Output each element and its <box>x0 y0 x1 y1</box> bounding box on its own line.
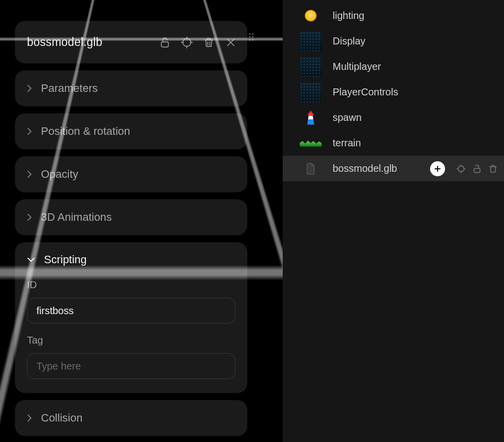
close-button[interactable] <box>224 36 237 49</box>
svg-point-7 <box>183 38 191 46</box>
section-opacity[interactable]: Opacity <box>15 156 247 192</box>
hierarchy-item-bossmodel-glb[interactable]: bossmodel.glb <box>283 156 504 181</box>
id-input[interactable] <box>27 298 235 324</box>
hierarchy-item-label: PlayerControls <box>333 86 498 98</box>
section-label: 3D Animations <box>41 211 112 224</box>
section-scripting-header[interactable]: Scripting <box>27 253 235 266</box>
target-icon[interactable] <box>456 164 466 174</box>
chevron-down-icon <box>27 257 35 262</box>
svg-point-18 <box>458 166 464 172</box>
hierarchy-item-actions <box>456 164 498 174</box>
hierarchy-item-label: Display <box>333 35 498 47</box>
unlock-icon[interactable] <box>472 164 482 174</box>
texture-thumbnail <box>300 82 322 102</box>
svg-point-1 <box>252 33 253 34</box>
field-id-label: ID <box>27 279 235 291</box>
hierarchy-item-display[interactable]: Display <box>283 28 504 54</box>
hierarchy-item-spawn[interactable]: spawn <box>283 105 504 130</box>
hierarchy-item-playercontrols[interactable]: PlayerControls <box>283 79 504 105</box>
section-3d-animations[interactable]: 3D Animations <box>15 199 247 235</box>
add-child-button[interactable] <box>430 161 445 176</box>
section-label: Position & rotation <box>41 125 130 138</box>
section-scripting: Scripting ID Tag <box>15 242 247 393</box>
texture-thumbnail <box>300 57 322 77</box>
section-collision[interactable]: Collision <box>15 400 247 436</box>
section-label: Parameters <box>41 82 98 95</box>
svg-point-3 <box>252 36 253 37</box>
inspector-header: bossmodel.glb <box>15 21 247 63</box>
svg-rect-6 <box>161 42 168 47</box>
tag-input[interactable] <box>27 353 235 379</box>
trash-icon[interactable] <box>488 164 498 174</box>
section-parameters[interactable]: Parameters <box>15 70 247 106</box>
hierarchy-item-lighting[interactable]: lighting <box>283 3 504 28</box>
terrain-icon <box>300 133 322 153</box>
field-tag: Tag <box>27 335 235 379</box>
light-icon <box>305 10 317 22</box>
hierarchy-item-terrain[interactable]: terrain <box>283 130 504 156</box>
delete-button[interactable] <box>202 36 215 49</box>
hierarchy-item-label: Multiplayer <box>333 61 498 72</box>
svg-point-2 <box>249 36 250 37</box>
hierarchy-item-multiplayer[interactable]: Multiplayer <box>283 54 504 79</box>
drag-handle-icon[interactable] <box>248 32 255 42</box>
chevron-right-icon <box>27 213 32 221</box>
file-icon <box>300 159 322 179</box>
object-title: bossmodel.glb <box>27 35 102 49</box>
chevron-right-icon <box>27 414 32 422</box>
section-position-rotation[interactable]: Position & rotation <box>15 113 247 149</box>
svg-point-4 <box>249 39 250 40</box>
inspector-panel: bossmodel.glb Parameters Position & rota… <box>15 21 247 436</box>
field-tag-label: Tag <box>27 335 235 346</box>
hierarchy-item-label: lighting <box>333 10 498 21</box>
section-label: Opacity <box>41 168 78 181</box>
chevron-right-icon <box>27 170 32 178</box>
texture-thumbnail <box>300 31 322 51</box>
chevron-right-icon <box>27 127 32 135</box>
svg-rect-23 <box>474 168 480 172</box>
unlock-button[interactable] <box>158 36 171 49</box>
spawn-icon <box>300 108 322 128</box>
hierarchy-item-label: spawn <box>333 112 498 123</box>
field-id: ID <box>27 279 235 324</box>
target-button[interactable] <box>180 36 193 49</box>
svg-point-5 <box>252 39 253 40</box>
svg-point-0 <box>249 33 250 34</box>
header-actions <box>158 36 237 49</box>
section-label: Collision <box>41 412 82 425</box>
hierarchy-item-label: terrain <box>333 137 498 149</box>
chevron-right-icon <box>27 84 32 92</box>
hierarchy-item-label: bossmodel.glb <box>333 163 422 174</box>
hierarchy-panel: lightingDisplayMultiplayerPlayerControls… <box>283 0 504 442</box>
section-label: Scripting <box>44 253 87 266</box>
